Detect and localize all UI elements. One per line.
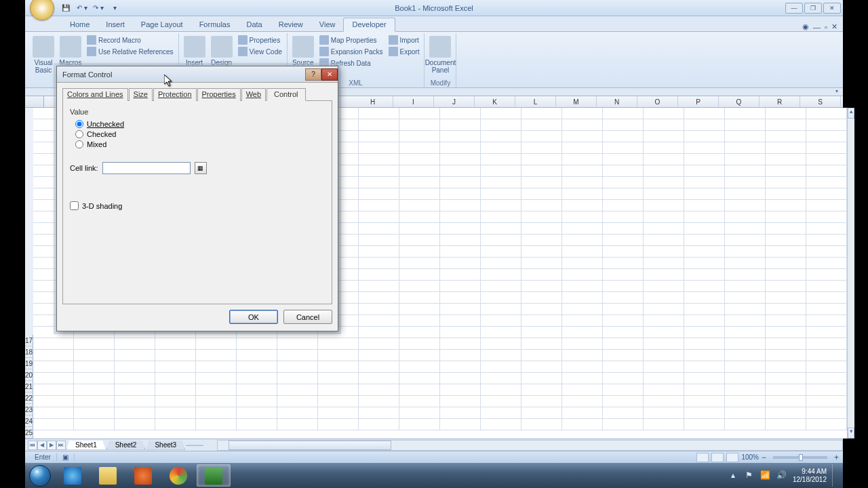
col-header[interactable]: P <box>678 96 719 107</box>
ribbon-restore-button[interactable]: ▫ <box>825 23 827 31</box>
zoom-in-button[interactable]: + <box>834 453 839 462</box>
help-icon[interactable]: ◉ <box>802 22 809 31</box>
tab-home[interactable]: Home <box>62 18 98 31</box>
tray-clock[interactable]: 9:44 AM 12/18/2012 <box>793 468 827 484</box>
qat-more-icon[interactable]: ▾ <box>108 2 121 14</box>
xml-import-button[interactable]: Import <box>387 35 422 45</box>
col-header[interactable]: Q <box>719 96 760 107</box>
tray-volume-icon[interactable]: 🔊 <box>776 470 787 481</box>
taskbar-app-explorer[interactable] <box>91 464 125 487</box>
row-header[interactable]: 20 <box>25 369 33 381</box>
ribbon-minimize-button[interactable]: — <box>813 23 821 31</box>
radio-checked[interactable]: Checked <box>75 130 325 138</box>
record-macro-button[interactable]: Record Macro <box>85 35 176 45</box>
tray-show-hidden-icon[interactable]: ▴ <box>728 470 738 481</box>
sheet-nav-next-icon[interactable]: ▶ <box>47 441 56 450</box>
taskbar-app-chrome[interactable] <box>161 464 195 487</box>
sheet-nav-prev-icon[interactable]: ◀ <box>37 441 47 450</box>
show-desktop-button[interactable] <box>832 464 837 487</box>
row-header[interactable]: 24 <box>25 415 33 427</box>
sheet-tab[interactable]: Sheet2 <box>106 441 146 450</box>
page-break-view-button[interactable] <box>726 453 738 462</box>
row-header[interactable]: 17 <box>25 335 33 346</box>
dialog-tab-protection[interactable]: Protection <box>153 88 197 101</box>
sheet-nav-first-icon[interactable]: ⏮ <box>28 441 37 450</box>
col-header[interactable]: J <box>434 96 475 107</box>
dialog-help-button[interactable]: ? <box>305 68 321 81</box>
new-sheet-button[interactable] <box>186 444 203 446</box>
dialog-tab-colors[interactable]: Colors and Lines <box>62 88 128 101</box>
dialog-tab-size[interactable]: Size <box>129 88 153 101</box>
range-picker-button[interactable]: ▦ <box>195 162 207 174</box>
document-panel-button[interactable]: Document Panel <box>427 35 453 74</box>
col-header[interactable]: M <box>556 96 597 107</box>
tab-formulas[interactable]: Formulas <box>191 18 239 31</box>
row-header[interactable]: 22 <box>25 392 33 404</box>
scroll-up-icon[interactable]: ▲ <box>848 108 854 119</box>
sheet-nav-last-icon[interactable]: ⏭ <box>56 441 66 450</box>
select-all-corner[interactable] <box>25 96 44 107</box>
taskbar-app-wmp[interactable] <box>126 464 160 487</box>
hscroll-thumb[interactable] <box>229 441 391 450</box>
visual-basic-button[interactable]: Visual Basic <box>31 35 56 74</box>
row-header[interactable]: 19 <box>25 358 33 369</box>
undo-icon[interactable]: ↶ ▾ <box>75 2 89 14</box>
dialog-close-button[interactable]: ✕ <box>321 68 338 81</box>
row-header[interactable]: 21 <box>25 381 33 392</box>
tray-action-center-icon[interactable]: ⚑ <box>744 470 755 481</box>
row-header[interactable]: 18 <box>25 346 33 358</box>
tab-data[interactable]: Data <box>238 18 270 31</box>
dialog-tab-control[interactable]: Control <box>267 88 305 101</box>
cancel-button[interactable]: Cancel <box>283 310 332 324</box>
xml-export-button[interactable]: Export <box>387 46 422 57</box>
expansion-packs-button[interactable]: Expansion Packs <box>317 46 385 57</box>
col-header[interactable]: S <box>800 96 841 107</box>
3d-shading-checkbox[interactable]: 3-D shading <box>70 201 325 210</box>
use-relative-refs-button[interactable]: Use Relative References <box>85 46 176 57</box>
save-icon[interactable]: 💾 <box>59 2 73 14</box>
sheet-tab[interactable]: Sheet1 <box>66 441 106 450</box>
scroll-down-icon[interactable]: ▼ <box>848 428 854 439</box>
radio-mixed[interactable]: Mixed <box>75 140 325 148</box>
col-header[interactable]: H <box>353 96 393 107</box>
vertical-scrollbar[interactable]: ▲ ▼ <box>847 108 854 439</box>
dialog-title-bar[interactable]: Format Control ? ✕ <box>57 66 338 83</box>
minimize-button[interactable]: — <box>785 3 803 14</box>
col-header[interactable]: R <box>760 96 800 107</box>
col-header[interactable]: I <box>393 96 434 107</box>
tab-review[interactable]: Review <box>271 18 311 31</box>
page-layout-view-button[interactable] <box>711 453 724 462</box>
ribbon-close-button[interactable]: ✕ <box>831 22 837 31</box>
close-button[interactable]: ✕ <box>823 3 841 14</box>
horizontal-scrollbar[interactable] <box>217 440 843 451</box>
radio-unchecked[interactable]: Unchecked <box>75 120 325 128</box>
view-code-button[interactable]: View Code <box>236 46 284 57</box>
dialog-tab-web[interactable]: Web <box>241 88 266 101</box>
tray-network-icon[interactable]: 📶 <box>760 470 771 481</box>
col-header[interactable]: K <box>475 96 515 107</box>
zoom-slider[interactable] <box>773 456 827 459</box>
map-properties-button[interactable]: Map Properties <box>317 35 385 45</box>
taskbar-app-ie[interactable] <box>56 464 90 487</box>
cell-link-input[interactable] <box>102 162 191 174</box>
properties-button[interactable]: Properties <box>236 35 284 45</box>
tab-view[interactable]: View <box>311 18 344 31</box>
col-header[interactable]: L <box>515 96 556 107</box>
sheet-tab[interactable]: Sheet3 <box>146 441 185 450</box>
macro-record-icon[interactable]: ▣ <box>57 453 75 461</box>
tab-page-layout[interactable]: Page Layout <box>133 18 191 31</box>
col-header[interactable]: O <box>637 96 678 107</box>
zoom-level[interactable]: 100% <box>741 453 759 461</box>
row-header[interactable]: 23 <box>25 404 33 415</box>
ok-button[interactable]: OK <box>229 310 278 324</box>
tab-developer[interactable]: Developer <box>343 18 395 32</box>
redo-icon[interactable]: ↷ ▾ <box>92 2 105 14</box>
formula-bar-expand-icon[interactable]: ▾ <box>832 88 842 95</box>
col-header[interactable]: N <box>597 96 637 107</box>
row-header[interactable]: 25 <box>25 427 33 439</box>
normal-view-button[interactable] <box>696 453 709 462</box>
tab-insert[interactable]: Insert <box>98 18 133 31</box>
dialog-tab-properties[interactable]: Properties <box>197 88 241 101</box>
maximize-button[interactable]: ❐ <box>804 3 822 14</box>
taskbar-app-excel[interactable] <box>197 464 231 487</box>
